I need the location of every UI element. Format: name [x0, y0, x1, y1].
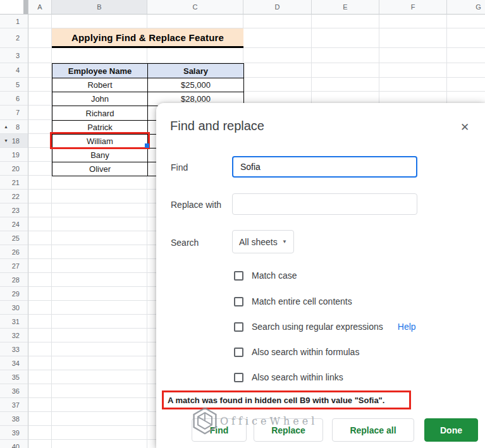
column-header-A[interactable]: A: [28, 0, 52, 15]
row-number: 19: [12, 151, 20, 159]
table-cell[interactable]: John: [52, 92, 148, 106]
row-header-21[interactable]: 21: [0, 176, 28, 190]
find-button[interactable]: Find: [192, 418, 247, 442]
search-label: Search: [171, 238, 199, 248]
column-header-D[interactable]: D: [243, 0, 312, 15]
spreadsheet-app: ABCDEFG 1234567▲8▼1819202122232425262728…: [0, 0, 485, 448]
match-found-message: A match was found in hidden cell B9 with…: [162, 390, 411, 409]
table-header-cell[interactable]: Employee Name: [52, 64, 148, 78]
row-header-27[interactable]: 27: [0, 259, 28, 273]
row-header-30[interactable]: 30: [0, 301, 28, 315]
row-header-6[interactable]: 6: [0, 92, 28, 106]
replace-input[interactable]: [232, 193, 417, 215]
row-header-31[interactable]: 31: [0, 315, 28, 329]
find-label: Find: [171, 162, 188, 173]
row-number: 24: [12, 221, 20, 228]
find-input[interactable]: [232, 156, 417, 178]
row-header-22[interactable]: 22: [0, 190, 28, 203]
table-cell[interactable]: Robert: [52, 78, 148, 92]
row-number: 34: [12, 360, 20, 367]
table-row: Robert$25,000: [52, 78, 244, 92]
row-number: 7: [16, 109, 20, 116]
row-number: 22: [12, 193, 20, 200]
checkbox-label: Search using regular expressions: [252, 322, 383, 332]
row-number: 33: [12, 346, 20, 353]
search-scope-dropdown[interactable]: All sheets ▼: [232, 230, 294, 253]
column-header-C[interactable]: C: [147, 0, 243, 15]
help-link[interactable]: Help: [398, 322, 416, 332]
table-cell[interactable]: $25,000: [148, 78, 244, 92]
row-header-39[interactable]: 39: [0, 426, 28, 440]
row-header-24[interactable]: 24: [0, 217, 28, 231]
checkbox[interactable]: [234, 271, 243, 281]
checkbox-label: Also search within links: [252, 372, 343, 382]
row-number: 38: [12, 415, 20, 423]
row-header-18[interactable]: ▼18: [0, 134, 28, 148]
column-header-E[interactable]: E: [312, 0, 379, 15]
done-button[interactable]: Done: [424, 418, 478, 442]
replace-button[interactable]: Replace: [254, 418, 323, 442]
row-number: 32: [12, 332, 20, 339]
column-header-B[interactable]: B: [52, 0, 147, 15]
checkbox[interactable]: [234, 348, 243, 357]
row-header-3[interactable]: 3: [0, 48, 28, 63]
table-cell[interactable]: Bany: [52, 148, 148, 162]
row-header-5[interactable]: 5: [0, 78, 28, 92]
chevron-down-icon: ▼: [282, 239, 287, 245]
row-number: 5: [16, 81, 20, 88]
replace-all-button[interactable]: Replace all: [332, 418, 414, 442]
table-cell[interactable]: Oliver: [52, 162, 148, 176]
row-header-4[interactable]: 4: [0, 63, 28, 78]
column-header-F[interactable]: F: [379, 0, 447, 15]
selection-fill-handle[interactable]: [145, 143, 149, 148]
checkbox-label: Also search within formulas: [252, 347, 359, 357]
row-number: 23: [12, 207, 20, 214]
row-header-7[interactable]: 7: [0, 106, 28, 120]
row-number: 25: [12, 234, 20, 242]
row-number: 2: [16, 34, 20, 42]
corner-strip: [23, 0, 28, 14]
table-header-cell[interactable]: Salary: [148, 64, 244, 78]
row-header-34[interactable]: 34: [0, 356, 28, 370]
column-header-G[interactable]: G: [447, 0, 485, 15]
row-header-8[interactable]: ▲8: [0, 120, 28, 134]
row-header-2[interactable]: 2: [0, 28, 28, 48]
table-cell[interactable]: Richard: [52, 106, 148, 121]
row-number: 18: [12, 137, 20, 145]
row-header-28[interactable]: 28: [0, 273, 28, 287]
row-header-25[interactable]: 25: [0, 231, 28, 245]
row-header-19[interactable]: 19: [0, 148, 28, 162]
row-number: 27: [12, 262, 20, 270]
select-all-corner[interactable]: [0, 0, 28, 15]
checkbox-label: Match case: [252, 270, 297, 281]
row-header-20[interactable]: 20: [0, 162, 28, 176]
found-cell-highlight: [50, 132, 150, 149]
table-header-row: Employee NameSalary: [52, 64, 244, 78]
row-number: 4: [16, 66, 20, 74]
row-header-37[interactable]: 37: [0, 398, 28, 412]
checkbox-label: Match entire cell contents: [252, 296, 352, 306]
row-header-26[interactable]: 26: [0, 245, 28, 259]
checkbox-row: Also search within formulas: [234, 346, 359, 358]
row-number: 3: [16, 52, 20, 59]
row-header-33[interactable]: 33: [0, 342, 28, 356]
hidden-rows-down-arrow-icon[interactable]: ▼: [4, 138, 8, 143]
row-header-1[interactable]: 1: [0, 15, 28, 28]
search-scope-value: All sheets: [239, 237, 278, 247]
row-number: 37: [12, 401, 20, 409]
hidden-rows-up-arrow-icon[interactable]: ▲: [4, 124, 8, 129]
row-number: 6: [16, 95, 20, 102]
checkbox[interactable]: [234, 322, 243, 332]
row-number: 40: [12, 443, 20, 448]
row-header-36[interactable]: 36: [0, 384, 28, 398]
row-header-38[interactable]: 38: [0, 412, 28, 426]
row-header-40[interactable]: 40: [0, 440, 28, 448]
checkbox[interactable]: [234, 297, 243, 306]
row-header-35[interactable]: 35: [0, 370, 28, 384]
row-header-29[interactable]: 29: [0, 287, 28, 301]
row-header-23[interactable]: 23: [0, 203, 28, 217]
checkbox[interactable]: [234, 373, 243, 382]
close-icon[interactable]: ✕: [460, 121, 469, 134]
row-number: 28: [12, 276, 20, 284]
row-header-32[interactable]: 32: [0, 329, 28, 342]
